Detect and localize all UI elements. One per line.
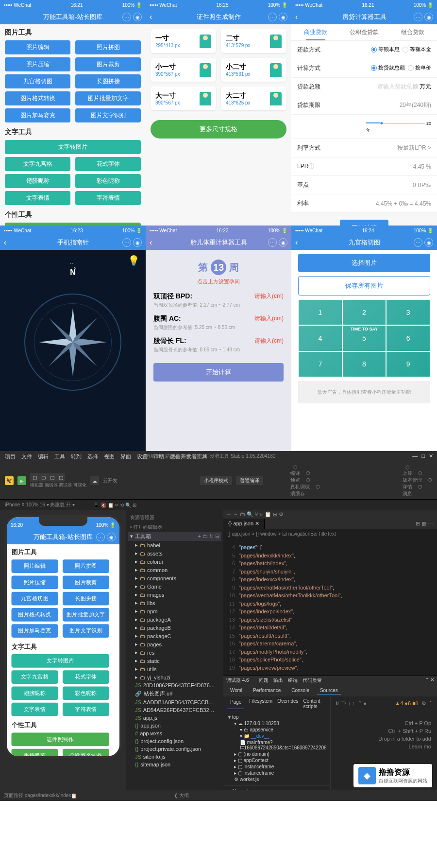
back-icon[interactable]: ‹ xyxy=(295,13,298,21)
tool-button[interactable]: 证件照制作 xyxy=(12,733,109,746)
file-item[interactable]: JS siteinfo.js xyxy=(128,753,221,761)
grid-cell[interactable]: 6 xyxy=(386,325,430,351)
compile-select[interactable]: 普通编译 xyxy=(236,476,263,485)
tool-button[interactable]: 翅膀昵称 xyxy=(12,687,58,700)
tool-button[interactable]: 照片编辑 xyxy=(12,559,58,573)
file-item[interactable]: {} app.json xyxy=(128,722,221,729)
action-button[interactable]: ⬡上传 xyxy=(403,465,412,476)
minimize-icon[interactable]: — xyxy=(412,453,418,459)
nav-capsule[interactable]: ⋯◉ xyxy=(122,13,142,21)
tool-button[interactable]: 文字九宫格 xyxy=(12,670,58,684)
simulator-info[interactable]: iPhone X 100% 16 ▾ 热重载 开 ▾ xyxy=(5,502,75,508)
play-icon[interactable]: ▶ xyxy=(17,476,26,485)
file-item[interactable]: {} project.private.config.json xyxy=(128,745,221,753)
tool-button[interactable]: 照片压缩 xyxy=(5,57,70,71)
file-item[interactable]: JS AD54AE26FD6437CFCB32C66214991AE0.js xyxy=(128,706,221,714)
main-toolbar[interactable]: 站 ▶ ▢▢▢▢模拟器 编辑器 调试器 可视化 ☁ 云开发 小程序模式 普通编译… xyxy=(0,462,437,500)
tool-button[interactable]: 照片拼图 xyxy=(75,40,141,54)
file-item[interactable]: {} sitemap.json xyxy=(128,761,221,768)
simulator-device[interactable]: 16:20100% 🔋 万能工具箱-站长图库 ⋯◉ 图片工具照片编辑照片拼图照片… xyxy=(5,515,121,758)
action-button[interactable]: ⬡编译 xyxy=(290,465,300,476)
tree-item[interactable]: ▸ ▢ (no domain) xyxy=(226,751,327,757)
choose-image-button[interactable]: 选择图片 xyxy=(298,254,430,272)
tree-item[interactable]: ⚙ worker.js xyxy=(226,776,327,782)
nav-capsule[interactable]: ⋯◉ xyxy=(268,13,287,21)
grid-cell[interactable]: 5 xyxy=(342,325,387,351)
folder-item[interactable]: ▸ 🗀 images xyxy=(128,590,221,599)
size-card[interactable]: 一寸295*413 px xyxy=(151,29,216,53)
tool-button[interactable]: 花式字体 xyxy=(63,670,109,684)
file-item[interactable]: JS AADDB1A0FD6437CFCCBBD9A797A17AE0.js xyxy=(128,698,221,706)
maximize-icon[interactable]: □ xyxy=(421,453,425,459)
tool-button[interactable]: 彩色昵称 xyxy=(75,174,141,188)
tool-button[interactable]: 九宫格切图 xyxy=(12,592,58,606)
tree-item[interactable]: ▸ ▢ appContext xyxy=(226,757,327,764)
debug-subtab[interactable]: Page xyxy=(227,698,244,709)
folder-item[interactable]: ▸ 🗀 packageC xyxy=(128,632,221,640)
folder-item[interactable]: ▸ 🗀 babel xyxy=(128,541,221,549)
folder-item[interactable]: ▸ 🗀 yj_yishuzi xyxy=(128,673,221,681)
size-card[interactable]: 小二寸413*531 px xyxy=(221,58,286,82)
debug-tab[interactable]: 终端 xyxy=(288,677,298,684)
size-card[interactable]: 大二寸413*625 px xyxy=(221,87,286,110)
tool-button[interactable]: 图片文字识别 xyxy=(63,624,109,638)
toolbar-icon[interactable]: ▢ xyxy=(39,473,48,482)
menu-item[interactable]: 视图 xyxy=(104,453,115,460)
loan-tab[interactable]: 组合贷款 xyxy=(388,24,437,40)
debug-subtab[interactable]: Filesystem xyxy=(249,698,272,709)
folder-item[interactable]: ▸ 🗀 static xyxy=(128,657,221,665)
nav-capsule[interactable]: ⋯◉ xyxy=(414,238,433,247)
folder-item[interactable]: ▸ 🗀 packageA xyxy=(128,615,221,624)
file-item[interactable]: JS app.js xyxy=(128,714,221,722)
code-editor[interactable]: 4 "pages": [5 "pages/indexxkk/index",6 "… xyxy=(223,539,437,676)
file-item[interactable]: 🔗 站长图库.url xyxy=(128,689,221,698)
tool-button[interactable]: 翅膀昵称 xyxy=(5,174,70,188)
back-icon[interactable]: ‹ xyxy=(295,238,298,247)
grid-cell[interactable]: 3 xyxy=(386,299,430,325)
tree-item[interactable]: ▾ 📁 __dev__ xyxy=(226,733,327,739)
more-sizes-button[interactable]: 更多尺寸规格 xyxy=(151,120,286,139)
debug-tab[interactable]: 代码质量 xyxy=(303,677,322,684)
back-icon[interactable]: ‹ xyxy=(4,238,6,247)
size-card[interactable]: 大一寸390*567 px xyxy=(151,87,216,110)
debug-tab[interactable]: 问题 xyxy=(259,677,269,684)
file-item[interactable]: JS 28D10862FD6437CF4D876065CD817AE0.js xyxy=(128,681,221,689)
tool-button[interactable]: 字符表情 xyxy=(63,703,109,716)
debug-panel-tab[interactable]: Performance xyxy=(250,687,284,694)
cloud-icon[interactable]: ☁ xyxy=(90,476,99,485)
tool-button[interactable]: 图片加马赛克 xyxy=(12,624,58,638)
tool-button[interactable]: 彩色昵称 xyxy=(63,687,109,700)
project-root[interactable]: 工具箱 xyxy=(135,533,151,540)
measure-row[interactable]: 双顶径 BPD:请输入(cm)当周双顶径的参考值: 2.27 cm ~ 2.77… xyxy=(146,289,291,312)
nav-capsule[interactable]: ⋯◉ xyxy=(414,13,433,21)
tree-item[interactable]: ▸ ▢ instanceframe xyxy=(226,764,327,770)
calculate-button[interactable]: 开始计算 xyxy=(153,363,284,382)
tool-button[interactable]: 照片拼图 xyxy=(63,559,109,573)
form-row[interactable]: 还款方式等额本息等额本金 xyxy=(291,41,437,59)
tool-button[interactable]: 字符表情 xyxy=(75,191,141,205)
menu-item[interactable]: 项目 xyxy=(5,453,16,460)
file-item[interactable]: # app.wxss xyxy=(128,729,221,737)
editor-tab[interactable]: {} app.json ✕ xyxy=(223,519,265,529)
folder-item[interactable]: ▸ 🗀 res xyxy=(128,648,221,657)
tool-button[interactable]: 图片批量加文字 xyxy=(75,91,141,105)
menu-item[interactable]: 转到 xyxy=(71,453,82,460)
file-explorer[interactable]: 资源管理器 • 打开的编辑器 ▾ 工具箱+ 🗀 ↻ ⊟ ▸ 🗀 babel▸ 🗀… xyxy=(126,510,223,801)
tree-item[interactable]: 📄 mainframe?t=1660897242850&cts=16608972… xyxy=(226,739,327,751)
tool-button[interactable]: 文字转图片 xyxy=(5,140,141,154)
debug-panel-tab[interactable]: Console xyxy=(288,687,312,694)
tool-button[interactable]: 个性签名制作 xyxy=(63,749,109,758)
folder-item[interactable]: ▸ 🗀 npm xyxy=(128,607,221,615)
grid-cell[interactable]: 4 xyxy=(298,325,342,351)
debug-tab[interactable]: 输出 xyxy=(273,677,283,684)
size-card[interactable]: 小一寸390*567 px xyxy=(151,58,216,82)
grid-cell[interactable]: 9 xyxy=(386,351,430,377)
folder-item[interactable]: ▸ 🗀 pages xyxy=(128,640,221,648)
folder-item[interactable]: ▸ 🗀 libs xyxy=(128,599,221,607)
tool-button[interactable]: 图片批量加文字 xyxy=(63,608,109,622)
menu-item[interactable]: 选择 xyxy=(87,453,98,460)
folder-item[interactable]: ▸ 🗀 packageB xyxy=(128,624,221,632)
tool-button[interactable]: 图片加马赛克 xyxy=(5,108,70,122)
tool-button[interactable]: 长图拼接 xyxy=(75,74,141,88)
folder-item[interactable]: ▸ 🗀 utils xyxy=(128,665,221,673)
